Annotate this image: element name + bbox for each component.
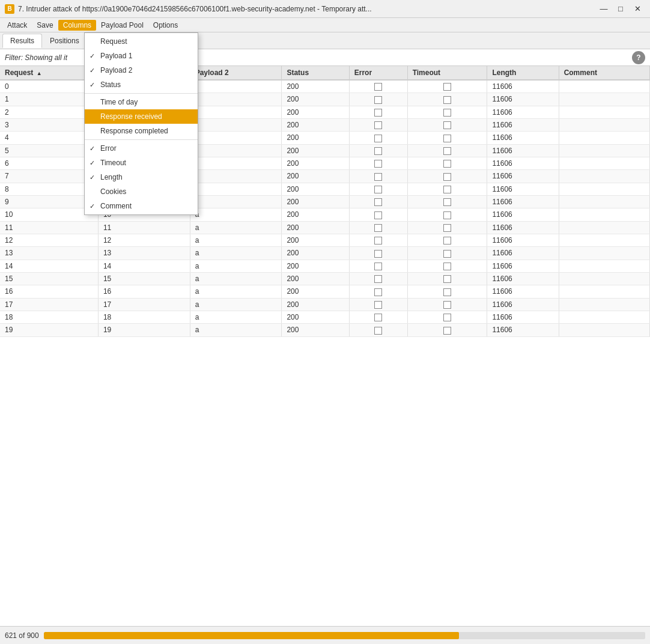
cell-timeout bbox=[407, 118, 487, 131]
dropdown-item-response-received[interactable]: Response received bbox=[85, 109, 198, 124]
error-checkbox[interactable] bbox=[374, 327, 382, 335]
error-checkbox[interactable] bbox=[374, 263, 382, 270]
timeout-checkbox[interactable] bbox=[443, 314, 451, 321]
error-checkbox[interactable] bbox=[374, 250, 382, 258]
timeout-checkbox[interactable] bbox=[443, 135, 451, 142]
error-checkbox[interactable] bbox=[374, 186, 382, 193]
timeout-checkbox[interactable] bbox=[443, 327, 451, 335]
dropdown-item-label: Response received bbox=[100, 112, 162, 121]
menu-options[interactable]: Options bbox=[148, 20, 183, 31]
error-checkbox[interactable] bbox=[374, 96, 382, 104]
timeout-checkbox[interactable] bbox=[443, 198, 451, 206]
dropdown-item-comment[interactable]: ✓Comment bbox=[85, 199, 198, 213]
cell-status: 200 bbox=[282, 298, 349, 311]
error-checkbox[interactable] bbox=[374, 198, 382, 206]
table-row[interactable]: 14 14 a 200 11606 bbox=[0, 260, 650, 272]
cell-timeout bbox=[407, 221, 487, 234]
help-button[interactable]: ? bbox=[632, 51, 645, 64]
error-checkbox[interactable] bbox=[374, 121, 382, 129]
table-row[interactable]: 16 16 a 200 11606 bbox=[0, 285, 650, 298]
error-checkbox[interactable] bbox=[374, 275, 382, 283]
error-checkbox[interactable] bbox=[374, 314, 382, 321]
menu-save[interactable]: Save bbox=[32, 20, 58, 31]
checkmark-icon: ✓ bbox=[90, 159, 99, 167]
menu-columns[interactable]: Columns bbox=[58, 20, 96, 31]
cell-length: 11606 bbox=[487, 247, 559, 260]
table-row[interactable]: 19 19 a 200 11606 bbox=[0, 324, 650, 336]
timeout-checkbox[interactable] bbox=[443, 96, 451, 104]
dropdown-item-timeout[interactable]: ✓Timeout bbox=[85, 156, 198, 170]
error-checkbox[interactable] bbox=[374, 135, 382, 142]
timeout-checkbox[interactable] bbox=[443, 83, 451, 91]
menu-attack[interactable]: Attack bbox=[2, 20, 32, 31]
maximize-button[interactable]: □ bbox=[613, 3, 628, 15]
col-header-request[interactable]: Request ▲ bbox=[0, 66, 98, 80]
dropdown-item-error[interactable]: ✓Error bbox=[85, 141, 198, 156]
col-header-comment[interactable]: Comment bbox=[559, 66, 649, 80]
col-header-timeout[interactable]: Timeout bbox=[407, 66, 487, 80]
cell-payload2: a bbox=[190, 260, 282, 272]
col-header-length[interactable]: Length bbox=[487, 66, 559, 80]
error-checkbox[interactable] bbox=[374, 173, 382, 181]
cell-comment bbox=[559, 208, 649, 221]
timeout-checkbox[interactable] bbox=[443, 186, 451, 193]
cell-payload1: 14 bbox=[98, 260, 190, 272]
menu-payload-pool[interactable]: Payload Pool bbox=[96, 20, 148, 31]
error-checkbox[interactable] bbox=[374, 147, 382, 155]
table-row[interactable]: 12 12 a 200 11606 bbox=[0, 234, 650, 246]
cell-request: 18 bbox=[0, 311, 98, 323]
close-button[interactable]: ✕ bbox=[630, 3, 645, 15]
cell-error bbox=[349, 170, 407, 183]
timeout-checkbox[interactable] bbox=[443, 275, 451, 283]
cell-timeout bbox=[407, 285, 487, 298]
cell-comment bbox=[559, 311, 649, 323]
dropdown-item-response-completed[interactable]: Response completed bbox=[85, 124, 198, 138]
count-text: 621 of 900 bbox=[5, 631, 39, 640]
table-row[interactable]: 13 13 a 200 11606 bbox=[0, 247, 650, 260]
error-checkbox[interactable] bbox=[374, 288, 382, 296]
cell-status: 200 bbox=[282, 311, 349, 323]
timeout-checkbox[interactable] bbox=[443, 263, 451, 270]
dropdown-item-time-of-day[interactable]: Time of day bbox=[85, 95, 198, 109]
error-checkbox[interactable] bbox=[374, 160, 382, 168]
timeout-checkbox[interactable] bbox=[443, 301, 451, 309]
error-checkbox[interactable] bbox=[374, 83, 382, 91]
tab-positions[interactable]: Positions bbox=[42, 34, 87, 48]
dropdown-item-payload-2[interactable]: ✓Payload 2 bbox=[85, 63, 198, 77]
table-row[interactable]: 11 11 a 200 11606 bbox=[0, 221, 650, 234]
error-checkbox[interactable] bbox=[374, 301, 382, 309]
error-checkbox[interactable] bbox=[374, 211, 382, 219]
timeout-checkbox[interactable] bbox=[443, 147, 451, 155]
timeout-checkbox[interactable] bbox=[443, 173, 451, 181]
timeout-checkbox[interactable] bbox=[443, 121, 451, 129]
dropdown-item-cookies[interactable]: Cookies bbox=[85, 184, 198, 199]
cell-error bbox=[349, 311, 407, 323]
checkmark-icon: ✓ bbox=[90, 145, 99, 153]
timeout-checkbox[interactable] bbox=[443, 288, 451, 296]
timeout-checkbox[interactable] bbox=[443, 224, 451, 232]
timeout-checkbox[interactable] bbox=[443, 109, 451, 117]
timeout-checkbox[interactable] bbox=[443, 237, 451, 245]
timeout-checkbox[interactable] bbox=[443, 211, 451, 219]
col-header-payload2[interactable]: Payload 2 bbox=[190, 66, 282, 80]
minimize-button[interactable]: — bbox=[596, 3, 612, 15]
tab-results[interactable]: Results bbox=[2, 34, 42, 48]
error-checkbox[interactable] bbox=[374, 224, 382, 232]
error-checkbox[interactable] bbox=[374, 109, 382, 117]
timeout-checkbox[interactable] bbox=[443, 160, 451, 168]
table-row[interactable]: 18 18 a 200 11606 bbox=[0, 311, 650, 323]
error-checkbox[interactable] bbox=[374, 237, 382, 245]
dropdown-separator bbox=[85, 93, 198, 94]
dropdown-item-length[interactable]: ✓Length bbox=[85, 170, 198, 184]
col-header-error[interactable]: Error bbox=[349, 66, 407, 80]
dropdown-item-request[interactable]: Request bbox=[85, 34, 198, 49]
cell-error bbox=[349, 272, 407, 285]
cell-payload2 bbox=[190, 183, 282, 195]
dropdown-item-payload-1[interactable]: ✓Payload 1 bbox=[85, 49, 198, 63]
table-row[interactable]: 15 15 a 200 11606 bbox=[0, 272, 650, 285]
col-header-status[interactable]: Status bbox=[282, 66, 349, 80]
dropdown-item-status[interactable]: ✓Status bbox=[85, 77, 198, 92]
timeout-checkbox[interactable] bbox=[443, 250, 451, 258]
table-row[interactable]: 17 17 a 200 11606 bbox=[0, 298, 650, 311]
cell-timeout bbox=[407, 170, 487, 183]
